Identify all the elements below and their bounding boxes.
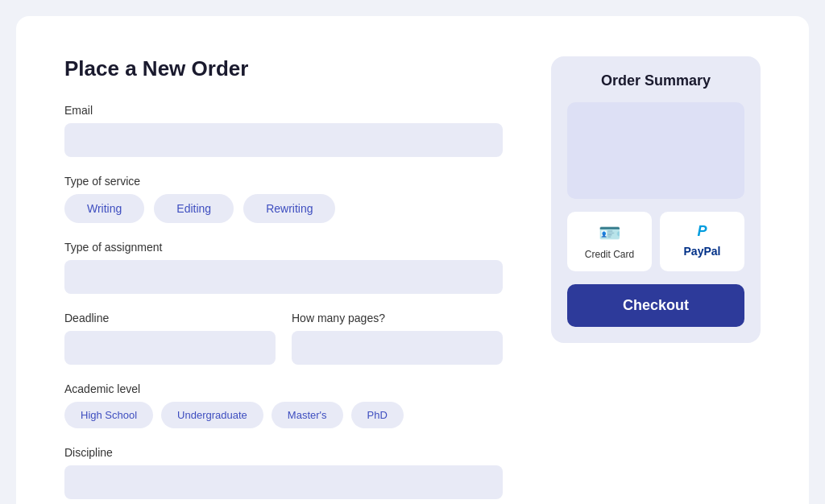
pages-input[interactable]	[292, 331, 503, 365]
deadline-pages-row: Deadline How many pages?	[64, 312, 503, 382]
deadline-input[interactable]	[64, 331, 276, 365]
academic-undergraduate-button[interactable]: Undergraduate	[161, 402, 263, 428]
assignment-field-group: Type of assignment	[64, 241, 503, 294]
deadline-field-group: Deadline	[64, 312, 276, 365]
email-field-group: Email	[64, 104, 503, 157]
paypal-label: PayPal	[684, 245, 721, 258]
credit-card-label: Credit Card	[585, 249, 634, 260]
academic-label: Academic level	[64, 382, 503, 395]
pages-label: How many pages?	[292, 312, 503, 324]
academic-phd-button[interactable]: PhD	[351, 402, 404, 428]
assignment-input[interactable]	[64, 260, 503, 294]
email-label: Email	[64, 104, 503, 117]
page-container: Place a New Order Email Type of service …	[16, 16, 809, 504]
academic-highschool-button[interactable]: High School	[64, 402, 153, 428]
service-buttons: Writing Editing Rewriting	[64, 194, 503, 223]
credit-card-option[interactable]: 🪪 Credit Card	[567, 212, 652, 271]
academic-masters-button[interactable]: Master's	[272, 402, 343, 428]
page-title: Place a New Order	[64, 56, 503, 81]
checkout-button[interactable]: Checkout	[567, 284, 744, 327]
form-section: Place a New Order Email Type of service …	[64, 56, 503, 504]
academic-buttons: High School Undergraduate Master's PhD	[64, 402, 503, 428]
discipline-input[interactable]	[64, 465, 503, 499]
paypal-option[interactable]: P PayPal	[660, 212, 744, 271]
academic-field-group: Academic level High School Undergraduate…	[64, 382, 503, 428]
service-editing-button[interactable]: Editing	[154, 194, 234, 223]
discipline-field-group: Discipline	[64, 446, 503, 499]
paypal-icon: P	[697, 223, 707, 240]
assignment-label: Type of assignment	[64, 241, 503, 254]
discipline-label: Discipline	[64, 446, 503, 459]
pages-field-group: How many pages?	[292, 312, 503, 365]
deadline-label: Deadline	[64, 312, 276, 324]
summary-content-area	[567, 102, 744, 199]
order-summary-panel: Order Summary 🪪 Credit Card P PayPal Che…	[551, 56, 761, 343]
service-rewriting-button[interactable]: Rewriting	[243, 194, 335, 223]
payment-methods: 🪪 Credit Card P PayPal	[567, 212, 744, 271]
credit-card-icon: 🪪	[599, 223, 620, 244]
email-input[interactable]	[64, 123, 503, 157]
summary-title: Order Summary	[567, 72, 744, 89]
service-field-group: Type of service Writing Editing Rewritin…	[64, 175, 503, 223]
service-label: Type of service	[64, 175, 503, 188]
service-writing-button[interactable]: Writing	[64, 194, 144, 223]
